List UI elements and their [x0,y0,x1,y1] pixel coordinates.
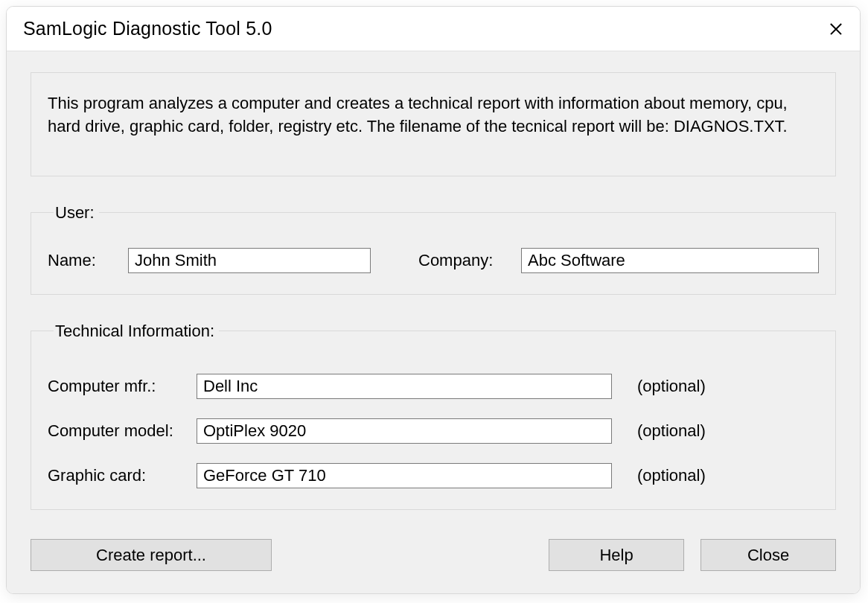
name-label: Name: [48,251,115,270]
model-row: Computer model: (optional) [48,418,819,444]
gpu-optional: (optional) [637,466,706,485]
mfr-label: Computer mfr.: [48,377,183,396]
window-title: SamLogic Diagnostic Tool 5.0 [23,18,272,39]
mfr-input[interactable] [197,374,612,399]
gpu-input[interactable] [197,463,612,488]
name-input[interactable] [128,248,371,273]
model-input[interactable] [197,418,612,444]
model-optional: (optional) [637,421,706,441]
dialog-body: This program analyzes a computer and cre… [7,51,860,593]
model-label: Computer model: [48,421,183,441]
user-group: User: Name: Company: [31,203,836,295]
user-row: Name: Company: [48,248,819,273]
gpu-label: Graphic card: [48,466,183,485]
window: SamLogic Diagnostic Tool 5.0 This progra… [6,6,861,594]
mfr-row: Computer mfr.: (optional) [48,374,819,399]
user-legend: User: [54,203,99,223]
close-button[interactable]: Close [701,539,836,571]
description-box: This program analyzes a computer and cre… [31,72,836,176]
technical-legend: Technical Information: [54,322,219,341]
technical-group: Technical Information: Computer mfr.: (o… [31,322,836,510]
gpu-row: Graphic card: (optional) [48,463,819,488]
close-icon[interactable] [829,22,843,36]
create-report-button[interactable]: Create report... [31,539,272,571]
button-row: Create report... Help Close [31,539,836,571]
help-button[interactable]: Help [549,539,684,571]
spacer [288,539,532,571]
company-label: Company: [418,251,508,270]
mfr-optional: (optional) [637,377,706,396]
titlebar: SamLogic Diagnostic Tool 5.0 [7,7,860,51]
company-input[interactable] [521,248,819,273]
